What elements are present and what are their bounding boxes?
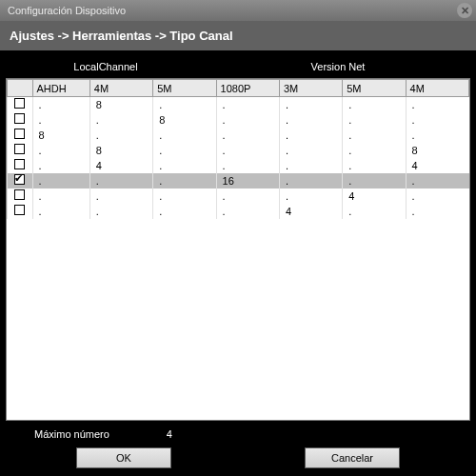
table-row[interactable]: ...16... bbox=[8, 173, 469, 188]
cell: . bbox=[32, 188, 89, 204]
row-checkbox[interactable] bbox=[14, 205, 25, 215]
cell: 8 bbox=[89, 97, 152, 112]
col-5m-b[interactable]: 5M bbox=[343, 80, 406, 97]
cell: . bbox=[406, 173, 468, 188]
content-area: LocalChannel Version Net AHDH 4M 5M 1080… bbox=[0, 51, 476, 476]
group-local-label: LocalChannel bbox=[6, 61, 206, 72]
table-row[interactable]: ....4.. bbox=[8, 204, 469, 219]
cell: . bbox=[279, 188, 342, 204]
row-checkbox[interactable] bbox=[14, 174, 25, 185]
cell: 4 bbox=[89, 158, 152, 173]
cell: . bbox=[279, 97, 342, 112]
col-4m-b[interactable]: 4M bbox=[406, 80, 468, 97]
cell: . bbox=[32, 173, 89, 188]
cell: 16 bbox=[216, 173, 279, 188]
cell: . bbox=[153, 97, 216, 112]
column-group-headers: LocalChannel Version Net bbox=[6, 57, 470, 78]
channel-grid: AHDH 4M 5M 1080P 3M 5M 4M .8.......8....… bbox=[6, 78, 470, 421]
cell: 8 bbox=[153, 112, 216, 128]
row-checkbox-cell[interactable] bbox=[8, 158, 33, 173]
row-checkbox-cell[interactable] bbox=[8, 204, 33, 219]
cell: . bbox=[406, 112, 468, 128]
cell: . bbox=[32, 158, 89, 173]
cell: . bbox=[343, 143, 406, 158]
cell: . bbox=[153, 173, 216, 188]
cell: . bbox=[343, 128, 406, 143]
cell: . bbox=[153, 204, 216, 219]
cell: . bbox=[89, 128, 152, 143]
cell: . bbox=[279, 112, 342, 128]
max-number-label: Máximo número bbox=[34, 428, 109, 440]
close-icon[interactable]: ✕ bbox=[457, 3, 472, 18]
cell: . bbox=[279, 128, 342, 143]
table-row[interactable]: .....4. bbox=[8, 188, 469, 204]
footer-summary: Máximo número 4 bbox=[6, 421, 470, 444]
cell: . bbox=[406, 204, 468, 219]
ok-button[interactable]: OK bbox=[76, 447, 171, 468]
cell: . bbox=[279, 173, 342, 188]
cell: . bbox=[216, 158, 279, 173]
titlebar: Configuración Dispositivo ✕ bbox=[0, 0, 476, 21]
cell: . bbox=[153, 158, 216, 173]
cell: . bbox=[32, 112, 89, 128]
row-checkbox[interactable] bbox=[14, 129, 25, 139]
cell: . bbox=[406, 128, 468, 143]
row-checkbox-cell[interactable] bbox=[8, 128, 33, 143]
row-checkbox-cell[interactable] bbox=[8, 143, 33, 158]
row-checkbox[interactable] bbox=[14, 113, 25, 124]
table-row[interactable]: .8....8 bbox=[8, 143, 469, 158]
row-checkbox-cell[interactable] bbox=[8, 112, 33, 128]
row-checkbox[interactable] bbox=[14, 189, 25, 200]
row-checkbox-cell[interactable] bbox=[8, 188, 33, 204]
row-checkbox[interactable] bbox=[14, 144, 25, 154]
table-row[interactable]: .8..... bbox=[8, 97, 469, 112]
cell: . bbox=[343, 112, 406, 128]
col-5m-a[interactable]: 5M bbox=[153, 80, 216, 97]
button-row: OK Cancelar bbox=[6, 444, 470, 476]
cell: . bbox=[343, 173, 406, 188]
cell: . bbox=[216, 97, 279, 112]
cell: 8 bbox=[406, 143, 468, 158]
channel-table: AHDH 4M 5M 1080P 3M 5M 4M .8.......8....… bbox=[7, 79, 469, 219]
cell: . bbox=[343, 97, 406, 112]
row-checkbox-cell[interactable] bbox=[8, 173, 33, 188]
cell: . bbox=[216, 143, 279, 158]
cell: . bbox=[406, 188, 468, 204]
col-ahdh[interactable]: AHDH bbox=[32, 80, 89, 97]
cancel-button[interactable]: Cancelar bbox=[305, 447, 400, 468]
group-net-label: Version Net bbox=[206, 61, 470, 72]
window-title: Configuración Dispositivo bbox=[8, 5, 126, 16]
cell: . bbox=[89, 112, 152, 128]
cell: . bbox=[153, 128, 216, 143]
cell: . bbox=[32, 204, 89, 219]
col-4m-a[interactable]: 4M bbox=[89, 80, 152, 97]
cell: . bbox=[153, 143, 216, 158]
cell: 4 bbox=[343, 188, 406, 204]
cell: 4 bbox=[279, 204, 342, 219]
cell: . bbox=[343, 158, 406, 173]
cell: . bbox=[89, 204, 152, 219]
table-row[interactable]: .4....4 bbox=[8, 158, 469, 173]
cell: . bbox=[406, 97, 468, 112]
col-1080p[interactable]: 1080P bbox=[216, 80, 279, 97]
table-row[interactable]: 8...... bbox=[8, 128, 469, 143]
table-row[interactable]: ..8.... bbox=[8, 112, 469, 128]
cell: . bbox=[32, 143, 89, 158]
row-checkbox[interactable] bbox=[14, 98, 25, 109]
cell: . bbox=[32, 97, 89, 112]
cell: . bbox=[279, 158, 342, 173]
col-checkbox bbox=[8, 80, 33, 97]
row-checkbox-cell[interactable] bbox=[8, 97, 33, 112]
cell: 8 bbox=[32, 128, 89, 143]
cell: . bbox=[216, 128, 279, 143]
cell: . bbox=[216, 188, 279, 204]
cell: . bbox=[343, 204, 406, 219]
cell: . bbox=[89, 173, 152, 188]
cell: . bbox=[279, 143, 342, 158]
device-config-window: Configuración Dispositivo ✕ Ajustes -> H… bbox=[0, 0, 476, 476]
cell: . bbox=[216, 112, 279, 128]
row-checkbox[interactable] bbox=[14, 159, 25, 169]
col-3m[interactable]: 3M bbox=[279, 80, 342, 97]
breadcrumb: Ajustes -> Herramientas -> Tipo Canal bbox=[0, 21, 476, 51]
max-number-value: 4 bbox=[167, 428, 172, 440]
